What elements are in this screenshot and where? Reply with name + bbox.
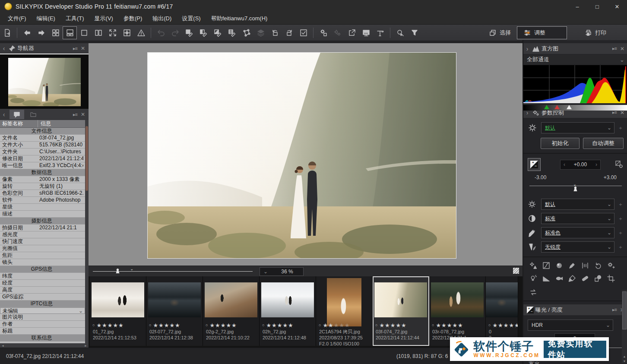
info-row[interactable]: 像素 2000 x 1333 像素 <box>0 176 85 183</box>
fine-exposure-icon[interactable] <box>527 260 540 271</box>
redo-icon[interactable] <box>168 26 182 39</box>
info-row[interactable]: 摄影信息 <box>0 218 85 225</box>
select-mode-button[interactable]: 选择 <box>483 26 517 39</box>
filmstrip-thumbnail[interactable]: ○★★★★★ 02g-2_72.jpg 2022/12/14 21:10:22 <box>203 276 260 346</box>
layers-icon[interactable] <box>253 26 268 39</box>
menu-item[interactable]: 输出(D) <box>147 13 177 24</box>
hdr-mode-dropdown[interactable]: HDR ⌄ <box>528 320 613 331</box>
flag-circle-icon[interactable]: ○ <box>149 323 152 327</box>
sharpness-add-icon[interactable]: ＋ <box>618 244 624 251</box>
spot-removal-icon[interactable] <box>579 273 592 284</box>
info-row[interactable]: 焦距 <box>0 252 85 259</box>
filmstrip-thumbnail[interactable]: ○★★★★★ 03r-078_72.jpg 2022/12/14 21:1 <box>429 276 486 346</box>
menu-item[interactable]: 帮助feitianwu7.com(H) <box>206 13 273 24</box>
auto-adjust-button[interactable]: 自动调整 <box>583 138 624 149</box>
flag-circle-icon[interactable]: ○ <box>488 323 491 327</box>
flag-circle-icon[interactable]: ○ <box>375 323 378 327</box>
flag-circle-icon[interactable]: ○ <box>206 323 208 327</box>
export-icon[interactable] <box>345 26 359 39</box>
menu-item[interactable]: 参数(P) <box>118 13 147 24</box>
info-row[interactable]: 联系信息 <box>0 335 85 342</box>
info-row[interactable]: IPTC信息 <box>0 301 85 307</box>
contrast-brush-icon[interactable] <box>211 26 225 39</box>
close-button[interactable]: ✕ <box>607 0 627 13</box>
info-row[interactable]: GPS追踪 <box>0 294 85 301</box>
shapes-tool-icon[interactable] <box>592 273 605 284</box>
star-rating[interactable]: ★★★★★ <box>96 322 124 329</box>
zoom-slider-thumb[interactable] <box>115 269 120 274</box>
exposure-settings-icon[interactable] <box>615 160 624 169</box>
star-rating[interactable]: ★★★★★ <box>379 322 406 329</box>
straighten-tool-icon[interactable] <box>373 26 387 39</box>
thumbnail-view-icon[interactable] <box>48 26 63 39</box>
menu-item[interactable]: 工具(T) <box>60 13 89 24</box>
flag-circle-icon[interactable]: ○ <box>92 323 95 327</box>
filmstrip-thumbnail[interactable]: ○★★★★★ 02f-077_72.jpg 2022/12/14 21:12:3… <box>146 276 203 346</box>
image-canvas[interactable] <box>89 43 522 266</box>
adjust-mode-button[interactable]: 调整 <box>517 26 567 39</box>
exposure-slider-thumb[interactable] <box>573 187 578 192</box>
white-balance-add-icon[interactable]: ＋ <box>618 201 624 208</box>
develop-settings-icon[interactable] <box>316 26 330 39</box>
vignette-sphere-icon[interactable] <box>553 260 566 271</box>
info-row[interactable]: 文件信息 <box>0 128 85 135</box>
midtone-marker-icon[interactable] <box>554 105 560 109</box>
info-row[interactable]: 旋转 无旋转 (1) <box>0 183 85 190</box>
spin-left-icon[interactable]: ‹ <box>560 161 568 168</box>
grid-overlay-icon[interactable] <box>120 26 134 39</box>
crop-tool-icon[interactable] <box>605 273 618 284</box>
shadow-marker-icon[interactable] <box>544 105 549 109</box>
previous-image-icon[interactable] <box>20 26 34 39</box>
highlight-marker-tool-icon[interactable] <box>566 260 579 271</box>
menu-item[interactable]: 编辑(E) <box>32 13 60 24</box>
panel-collapse-icon[interactable]: ▸≡ <box>73 112 77 117</box>
filmstrip-thumbnail[interactable]: ○★★★★★ 2C1A5794 拷贝.jpg 2022/08/23 17:39:… <box>316 276 373 346</box>
rotate-left-icon[interactable] <box>268 26 282 39</box>
search-icon[interactable] <box>393 26 407 39</box>
star-rating[interactable]: ★★★★★ <box>492 322 518 329</box>
mark-checkbox-icon[interactable] <box>296 26 310 39</box>
next-image-icon[interactable] <box>34 26 48 39</box>
panel-close-icon[interactable]: ✕ <box>620 46 624 52</box>
color-add-icon[interactable]: ＋ <box>618 229 624 237</box>
info-row[interactable]: 唯一信息 Exif2.3 YCbCr(4:4:4 <box>0 162 85 169</box>
tone-add-icon[interactable]: ＋ <box>618 215 624 222</box>
panel-collapse-icon[interactable]: ▸≡ <box>612 307 617 313</box>
resize-grip[interactable] <box>513 268 519 274</box>
open-image-icon[interactable] <box>0 26 14 39</box>
undo-icon[interactable] <box>154 26 168 39</box>
info-row[interactable]: 色彩空间 sRGB IEC61966-2. <box>0 190 85 197</box>
menu-item[interactable]: 设置(S) <box>177 13 206 24</box>
white-balance-dropdown[interactable]: 默认 ⌄ <box>541 199 614 210</box>
whitebalance-brush-icon[interactable] <box>196 26 211 39</box>
zoom-level-dropdown[interactable]: ⌄ 36 % <box>260 267 304 276</box>
sharpness-dropdown[interactable]: 无锐度 ⌄ <box>541 241 614 253</box>
settings-gears-icon[interactable] <box>605 260 618 271</box>
rotate-right-icon[interactable] <box>282 26 296 39</box>
flag-circle-icon[interactable]: ○ <box>432 323 434 327</box>
highlight-marker-icon[interactable] <box>567 105 572 109</box>
compare-view-icon[interactable] <box>91 26 105 39</box>
menu-item[interactable]: 显示(V) <box>89 13 118 24</box>
menu-item[interactable]: 文件(F) <box>3 13 32 24</box>
maximize-button[interactable]: □ <box>587 0 607 13</box>
info-row[interactable]: 修改日期 2022/12/14 21:12:4 <box>0 155 85 162</box>
info-row[interactable]: 光圈值 <box>0 245 85 252</box>
info-row[interactable]: 感光度 <box>0 231 85 238</box>
info-row[interactable]: 图片说明 <box>0 314 85 321</box>
star-rating[interactable]: ★★★★★ <box>153 322 180 329</box>
filmstrip-thumbnail[interactable]: ○★★★★★ 01_72.jpg 2022/12/14 21:12:53 <box>90 276 146 346</box>
navigator-preview[interactable] <box>0 54 89 111</box>
filmstrip-thumbnail[interactable]: ○★★★★★ 02h_72.jpg 2022/12/14 21:12:48 <box>260 276 316 346</box>
tab-folder[interactable] <box>26 110 41 119</box>
info-row[interactable]: 文件夹 C:\User...\Pictures <box>0 149 85 155</box>
panel-collapse-icon[interactable]: ▸≡ <box>73 46 77 51</box>
color-dropdown[interactable]: 标准色 ⌄ <box>541 227 614 238</box>
print-button[interactable]: 打印 <box>578 26 612 39</box>
info-row[interactable]: 镜头 <box>0 259 85 266</box>
info-row[interactable]: GPS信息 <box>0 266 85 273</box>
info-vertical-scrollbar[interactable] <box>85 120 89 343</box>
exposure-value-spinner[interactable]: ‹ +0.00 › <box>560 160 601 170</box>
filmstrip-thumbnail[interactable]: ○★★★★★ 0 2 <box>486 276 518 346</box>
main-photo[interactable] <box>148 53 456 258</box>
